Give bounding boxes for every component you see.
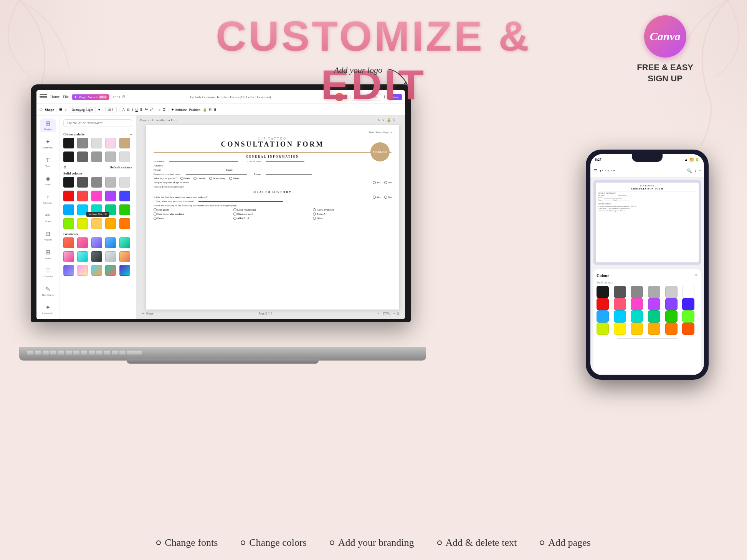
palette-add-icon[interactable]: + (130, 132, 132, 136)
sidebar-item-design[interactable]: ⊞ Design (40, 119, 56, 132)
grad-10[interactable] (105, 251, 116, 262)
font-dropdown-icon[interactable]: ▾ (98, 108, 100, 112)
phone-swatch-pink[interactable] (614, 298, 626, 310)
swatch-lightgray[interactable] (91, 138, 102, 148)
phone-swatch-cyan[interactable] (614, 310, 626, 323)
hamburger-icon[interactable] (40, 94, 47, 100)
solid-yellow-highlighted[interactable]: Yellow #ffcc59 (91, 218, 104, 229)
lock-page-icon[interactable]: 🔒 (387, 118, 391, 122)
sidebar-item-apps[interactable]: ⊞ Apps (40, 247, 56, 261)
swatch-lightgray2[interactable] (105, 152, 116, 162)
phone-swatch-lime[interactable] (682, 310, 694, 323)
phone-search-icon[interactable]: 🔍 (687, 168, 692, 173)
grad-11[interactable] (119, 251, 130, 262)
phone-swatch-lightblue[interactable] (597, 310, 609, 323)
solid-gray2[interactable] (91, 177, 102, 188)
sidebar-item-projects[interactable]: ⊟ Projects (40, 229, 56, 242)
swatch-offwhite[interactable] (119, 152, 130, 162)
swatch-gold[interactable] (119, 138, 130, 148)
phone-swatch-white[interactable] (682, 286, 694, 298)
phone-swatch-gray4[interactable] (665, 286, 678, 298)
phone-close-icon[interactable]: × (695, 272, 698, 278)
bold-btn[interactable]: B (127, 108, 130, 112)
phone-swatch-teal[interactable] (631, 310, 643, 323)
phone-swatch-orange[interactable] (648, 323, 660, 335)
phone-swatch-red-orange[interactable] (682, 323, 694, 335)
grad-14[interactable] (91, 265, 102, 276)
solid-blue[interactable] (119, 191, 130, 201)
font-selector[interactable]: Bantayog Light (69, 107, 96, 112)
copy-page-icon[interactable]: ⎘ (393, 118, 395, 122)
solid-red[interactable] (63, 191, 74, 201)
undo-icon[interactable]: ↩ (112, 95, 116, 99)
align-left-icon[interactable]: ☰ (59, 108, 62, 112)
phone-undo-icon[interactable]: ↩ (600, 168, 603, 173)
phone-redo-icon[interactable]: ↪ (605, 168, 609, 173)
redo-icon[interactable]: ↪ (117, 95, 120, 99)
swatch-black2[interactable] (63, 152, 74, 162)
strikethrough-btn[interactable]: S̶ (140, 108, 142, 112)
subscript-btn[interactable]: ₆ᴬ (150, 108, 153, 112)
solid-pink[interactable] (91, 191, 102, 201)
solid-green2[interactable] (119, 204, 130, 215)
zoom-in-btn[interactable]: + (393, 312, 395, 315)
sidebar-item-draw[interactable]: ✏ Draw (40, 211, 56, 224)
phone-swatch-black[interactable] (597, 286, 609, 298)
swatch-black[interactable] (63, 138, 74, 148)
swatch-pink[interactable] (105, 138, 116, 148)
text-color-icon[interactable]: A (122, 107, 125, 112)
grad-3[interactable] (91, 237, 102, 248)
sidebar-item-aftercare[interactable]: ♡ Aftercare (40, 265, 56, 279)
superscript-btn[interactable]: ⁶ᴬ (145, 108, 148, 112)
phone-swatch-yellow[interactable] (614, 323, 626, 335)
sidebar-item-elements[interactable]: ✦ Elements (40, 137, 56, 151)
sidebar-item-uploads[interactable]: ↑ Uploads (40, 192, 56, 206)
more-icon[interactable]: ⋯ (397, 118, 401, 122)
align-center-icon[interactable]: ≡ (64, 108, 66, 112)
solid-yellow[interactable] (77, 218, 88, 229)
timer-icon[interactable]: ⏱ (122, 95, 126, 99)
phone-swatch-violet[interactable] (665, 298, 678, 310)
solid-gray4[interactable] (119, 177, 130, 188)
grad-5[interactable] (119, 237, 130, 248)
phone-swatch-hotpink[interactable] (631, 298, 643, 310)
solid-gray3[interactable] (105, 177, 116, 188)
italic-btn[interactable]: I (132, 108, 133, 112)
solid-gray1[interactable] (77, 177, 88, 188)
solid-yellow-green[interactable] (63, 218, 74, 229)
chevron-down-icon[interactable]: ∨ (382, 118, 385, 122)
color-search-input[interactable] (63, 119, 132, 127)
chevron-up-icon[interactable]: ∧ (377, 118, 380, 122)
phone-swatch-green[interactable] (665, 310, 678, 323)
font-size[interactable]: 10.5 (105, 107, 117, 112)
phone-download-icon[interactable]: ↓ (694, 168, 697, 173)
phone-swatch-red[interactable] (597, 298, 609, 310)
phone-swatch-darkorange[interactable] (665, 323, 678, 335)
grad-16[interactable] (119, 265, 130, 276)
grad-4[interactable] (105, 237, 116, 248)
list-icon[interactable]: ≡ (159, 108, 160, 112)
phone-swatch-teal2[interactable] (648, 310, 660, 323)
phone-swatch-gold[interactable] (631, 323, 643, 335)
menu-file[interactable]: File (63, 95, 69, 99)
solid-black[interactable] (63, 177, 74, 188)
swatch-darkgray[interactable] (77, 152, 88, 162)
solid-darkorange[interactable] (119, 218, 130, 229)
solid-lightblue[interactable] (63, 204, 74, 215)
grad-2[interactable] (77, 237, 88, 248)
solid-yellow2[interactable] (91, 218, 102, 229)
underline-btn[interactable]: U (136, 108, 138, 112)
zoom-out-btn[interactable]: − (377, 312, 379, 315)
grad-9[interactable] (91, 251, 102, 262)
phone-swatch-gray3[interactable] (648, 286, 660, 298)
grad-8[interactable] (77, 251, 88, 262)
sidebar-item-eyelash[interactable]: ✦ Eyelash E. (40, 302, 56, 316)
phone-swatch-gray1[interactable] (614, 286, 626, 298)
grad-1[interactable] (63, 237, 74, 248)
animate-btn[interactable]: ✦ Animate (171, 108, 187, 112)
menu-magic[interactable]: ✦Magic Switch NEW (72, 94, 109, 100)
swatch-gray[interactable] (77, 138, 88, 148)
phone-swatch-gray2[interactable] (631, 286, 643, 298)
phone-more-icon[interactable]: ⋯ (611, 168, 615, 173)
grad-13[interactable] (77, 265, 88, 276)
